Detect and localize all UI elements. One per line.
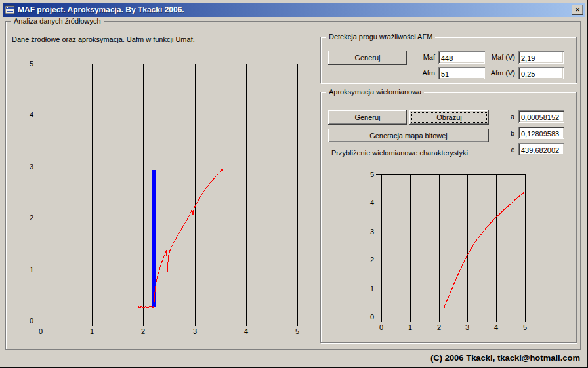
group-polynomial-approximation-label: Aproksymacja wielomianowa [326,88,424,96]
svg-text:5: 5 [523,323,527,331]
svg-text:2: 2 [141,327,145,335]
titlebar[interactable]: MAF project. Aproksymacja. By Tkacki 200… [3,3,585,17]
svg-text:4: 4 [30,111,33,119]
group-source-data-analysis-label: Analiza danych źródłowych [11,17,104,25]
svg-text:0: 0 [39,327,43,335]
afm-label: Afm [406,69,435,77]
svg-text:1: 1 [90,327,94,335]
svg-text:4: 4 [370,199,374,207]
svg-text:0: 0 [30,317,33,325]
approx-chart-caption: Przybliżenie wielomianowe charakterystyk… [331,149,468,157]
coef-b-field[interactable] [518,127,564,139]
approx-generate-button[interactable]: Generuj [328,110,407,125]
svg-text:2: 2 [437,323,441,331]
approx-chart: 012345012345 [358,165,555,338]
approx-render-button[interactable]: Obrazuj [410,110,489,125]
copyright-text: (C) 2006 Tkacki, tkacki@hotmail.com [430,353,580,363]
svg-text:3: 3 [465,323,469,331]
bitmap-generate-button[interactable]: Generacja mapa bitowej [328,129,489,142]
maf-v-field[interactable] [518,51,564,64]
app-icon [5,5,15,15]
svg-text:2: 2 [30,214,33,222]
afm-v-field[interactable] [518,67,564,79]
svg-text:3: 3 [30,163,33,171]
svg-text:4: 4 [244,327,248,335]
coef-a-field[interactable] [518,110,564,123]
svg-text:3: 3 [370,228,374,235]
svg-text:5: 5 [295,327,299,335]
coef-a-label: a [501,113,514,121]
close-button[interactable]: ✕ [572,5,583,15]
svg-text:2: 2 [370,256,374,264]
svg-text:5: 5 [30,60,33,68]
main-chart-caption: Dane źródłowe oraz aproksymacja. Uafm w … [12,35,195,43]
svg-text:0: 0 [379,323,383,331]
group-afm-threshold-detection-label: Detekcja progu wrażliwości AFM [326,33,435,41]
svg-text:1: 1 [408,323,412,331]
detection-generate-button[interactable]: Generuj [328,51,407,65]
svg-text:1: 1 [30,266,33,274]
window-title: MAF project. Aproksymacja. By Tkacki 200… [18,5,184,14]
svg-text:5: 5 [370,171,374,178]
afm-v-label: Afm (V) [476,69,515,77]
coef-c-label: c [501,146,514,153]
app-window: MAF project. Aproksymacja. By Tkacki 200… [0,0,588,368]
svg-text:4: 4 [494,323,498,331]
svg-text:3: 3 [193,327,197,335]
coef-b-label: b [501,129,514,137]
svg-text:0: 0 [370,313,374,321]
main-chart: 012345012345 [9,55,311,344]
coef-c-field[interactable] [518,143,564,155]
maf-v-label: Maf (V) [476,53,515,61]
maf-label: Maf [406,53,435,61]
svg-text:1: 1 [370,285,374,293]
